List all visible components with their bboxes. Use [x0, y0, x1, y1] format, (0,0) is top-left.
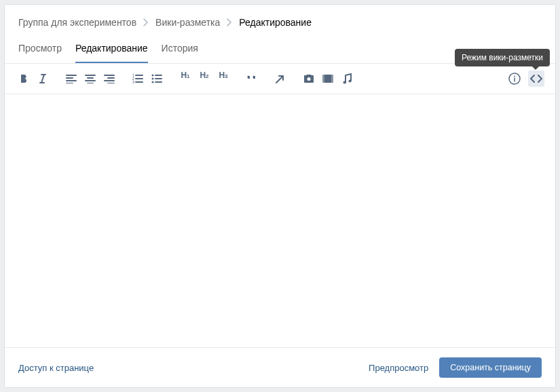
editor-textarea[interactable]	[5, 94, 555, 347]
quote-button[interactable]	[244, 71, 260, 87]
svg-point-5	[152, 81, 154, 83]
link-button[interactable]	[272, 71, 288, 87]
toolbar-right-group: Режим вики-разметки	[506, 71, 544, 87]
tab-preview[interactable]: Просмотр	[18, 39, 62, 63]
bold-button[interactable]	[16, 71, 32, 87]
wiki-editor-panel: Группа для экспериментов Вики-разметка Р…	[4, 4, 556, 388]
editor-footer: Доступ к странице Предпросмотр Сохранить…	[5, 347, 555, 387]
align-center-button[interactable]	[82, 71, 98, 87]
video-button[interactable]	[320, 71, 336, 87]
breadcrumb-page[interactable]: Вики-разметка	[155, 17, 220, 28]
breadcrumb: Группа для экспериментов Вики-разметка Р…	[5, 5, 555, 39]
save-button[interactable]: Сохранить страницу	[439, 357, 542, 378]
wiki-mode-tooltip: Режим вики-разметки	[455, 49, 550, 66]
tab-history[interactable]: История	[162, 39, 198, 63]
align-right-button[interactable]	[101, 71, 117, 87]
toolbar-left-group: 123 H1 H2 H3	[16, 71, 355, 87]
info-button[interactable]	[506, 71, 523, 87]
breadcrumb-group[interactable]: Группа для экспериментов	[18, 17, 136, 28]
svg-point-3	[152, 75, 154, 77]
svg-point-11	[349, 80, 352, 83]
heading1-button[interactable]: H1	[177, 71, 193, 87]
svg-point-13	[514, 76, 515, 77]
ordered-list-button[interactable]: 123	[130, 71, 146, 87]
svg-rect-9	[331, 75, 333, 83]
unordered-list-button[interactable]	[149, 71, 165, 87]
chevron-right-icon	[227, 18, 232, 26]
heading3-button[interactable]: H3	[215, 71, 231, 87]
italic-button[interactable]	[35, 71, 51, 87]
tab-edit[interactable]: Редактирование	[75, 39, 148, 63]
photo-button[interactable]	[301, 71, 317, 87]
page-access-link[interactable]: Доступ к странице	[18, 363, 94, 373]
audio-button[interactable]	[339, 71, 355, 87]
footer-actions: Предпросмотр Сохранить страницу	[369, 357, 542, 378]
wiki-mode-button[interactable]	[528, 71, 544, 87]
svg-point-6	[307, 77, 311, 81]
svg-point-4	[152, 78, 154, 80]
svg-rect-8	[322, 75, 324, 83]
preview-link[interactable]: Предпросмотр	[369, 363, 428, 373]
chevron-right-icon	[143, 18, 149, 26]
svg-point-10	[343, 81, 346, 84]
align-left-button[interactable]	[63, 71, 79, 87]
heading2-button[interactable]: H2	[196, 71, 212, 87]
editor-toolbar: 123 H1 H2 H3	[5, 64, 555, 94]
breadcrumb-current: Редактирование	[239, 17, 312, 28]
svg-text:3: 3	[132, 80, 134, 83]
